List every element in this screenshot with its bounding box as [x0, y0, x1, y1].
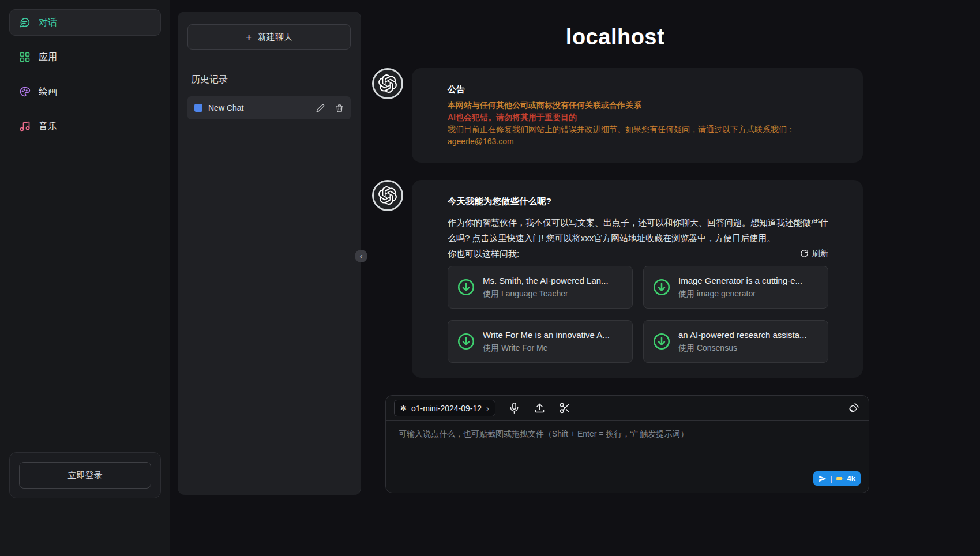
announcement-line: 本网站与任何其他公司或商标没有任何关联或合作关系 [448, 99, 828, 111]
chat-color-swatch-icon [194, 104, 202, 112]
collapse-sidebar-button[interactable]: ‹ [355, 250, 367, 262]
divider: | [830, 474, 832, 483]
sidebar: 对话 应用 绘画 音乐 立即登录 [0, 0, 170, 556]
sidebar-item-label: 音乐 [39, 121, 57, 133]
openai-logo-icon [378, 74, 397, 93]
chat-list-panel: + 新建聊天 历史记录 New Chat [178, 12, 361, 495]
composer-toolbar: ✻ o1-mini-2024-09-12 › [386, 396, 869, 421]
refresh-label: 刷新 [812, 249, 828, 259]
suggestion-grid: Ms. Smith, the AI-powered Lan... 使用 Lang… [448, 266, 828, 363]
assistant-avatar [372, 68, 403, 99]
message-greeting: 今天我能为您做些什么呢? 作为你的智慧伙伴，我不仅可以写文案、出点子，还可以和你… [361, 180, 869, 378]
app-root: 对话 应用 绘画 音乐 立即登录 + 新建聊天 历 [0, 0, 980, 556]
battery-icon [836, 475, 844, 483]
chat-main: localhost 公告 本网站与任何其他公司或商标没有任何关联或合作关系 AI… [361, 0, 980, 556]
sidebar-item-label: 应用 [39, 51, 57, 63]
send-button[interactable]: | 4k [813, 471, 861, 486]
composer: ✻ o1-mini-2024-09-12 › [385, 395, 869, 493]
contact-email-link[interactable]: ageerle@163.com [448, 136, 514, 148]
sidebar-item-drawing[interactable]: 绘画 [9, 78, 161, 105]
arrow-down-circle-icon [456, 332, 476, 351]
message-input[interactable] [399, 429, 856, 469]
suggestion-subtitle: 使用 Write For Me [483, 343, 610, 354]
upload-button[interactable] [534, 402, 546, 415]
palette-icon [19, 86, 31, 97]
new-chat-button[interactable]: + 新建聊天 [187, 24, 351, 50]
sidebar-item-music[interactable]: 音乐 [9, 113, 161, 140]
suggestion-subtitle: 使用 Consensus [678, 343, 807, 354]
suggestion-card[interactable]: Ms. Smith, the AI-powered Lan... 使用 Lang… [448, 266, 633, 309]
suggestion-subtitle: 使用 Language Teacher [483, 289, 609, 299]
new-chat-label: 新建聊天 [258, 32, 292, 43]
model-label: o1-mini-2024-09-12 [411, 404, 482, 413]
greeting-card: 今天我能为您做些什么呢? 作为你的智慧伙伴，我不仅可以写文案、出点子，还可以和你… [412, 180, 863, 378]
history-title: 历史记录 [191, 74, 351, 86]
clean-button[interactable] [848, 402, 861, 415]
chat-bubble-icon [19, 17, 31, 28]
suggestion-title: Image Generator is a cutting-e... [678, 276, 802, 285]
paper-plane-icon [818, 475, 827, 483]
refresh-icon [800, 249, 809, 258]
suggestion-card[interactable]: Write For Me is an innovative A... 使用 Wr… [448, 320, 633, 363]
scissors-icon [559, 402, 571, 414]
suggestion-subtitle: 使用 image generator [678, 289, 802, 299]
page-title: localhost [361, 23, 869, 51]
microphone-icon [508, 402, 520, 414]
arrow-down-circle-icon [652, 277, 671, 297]
scissors-button[interactable] [559, 402, 572, 415]
announcement-card: 公告 本网站与任何其他公司或商标没有任何关联或合作关系 AI也会犯错。请勿将其用… [412, 68, 863, 163]
login-panel: 立即登录 [9, 452, 161, 498]
history-item-title: New Chat [208, 103, 306, 112]
sidebar-item-label: 对话 [39, 17, 57, 29]
history-item[interactable]: New Chat [187, 96, 351, 119]
chevron-right-icon: › [486, 403, 489, 413]
suggestion-card[interactable]: Image Generator is a cutting-e... 使用 ima… [643, 266, 828, 309]
arrow-down-circle-icon [456, 277, 476, 297]
grid-icon [19, 51, 31, 63]
sparkle-icon: ✻ [400, 404, 407, 412]
sidebar-item-label: 绘画 [39, 86, 57, 98]
ask-hint: 你也可以这样问我: [448, 246, 519, 261]
assistant-avatar [372, 180, 403, 211]
sidebar-item-apps[interactable]: 应用 [9, 44, 161, 70]
message-announcement: 公告 本网站与任何其他公司或商标没有任何关联或合作关系 AI也会犯错。请勿将其用… [361, 68, 869, 163]
music-note-icon [19, 121, 31, 132]
announcement-line: AI也会犯错。请勿将其用于重要目的 [448, 111, 828, 123]
openai-logo-icon [378, 186, 397, 205]
input-zone: | 4k [386, 421, 869, 493]
sidebar-item-chat[interactable]: 对话 [9, 9, 161, 36]
edit-icon[interactable] [316, 104, 325, 112]
greeting-title: 今天我能为您做些什么呢? [448, 195, 828, 208]
announcement-line: 我们目前正在修复我们网站上的错误并改进细节。如果您有任何疑问，请通过以下方式联系… [448, 123, 828, 136]
login-button[interactable]: 立即登录 [19, 462, 151, 489]
model-selector[interactable]: ✻ o1-mini-2024-09-12 › [394, 400, 495, 416]
suggestion-title: Write For Me is an innovative A... [483, 330, 610, 340]
arrow-down-circle-icon [652, 332, 671, 351]
microphone-button[interactable] [508, 402, 521, 415]
delete-icon[interactable] [335, 104, 344, 112]
upload-icon [534, 402, 546, 414]
announcement-title: 公告 [448, 83, 828, 96]
greeting-body: 作为你的智慧伙伴，我不仅可以写文案、出点子，还可以和你聊天、回答问题。想知道我还… [448, 215, 828, 246]
suggestion-card[interactable]: an AI-powered research assista... 使用 Con… [643, 320, 828, 363]
plus-icon: + [246, 32, 252, 43]
refresh-button[interactable]: 刷新 [800, 249, 828, 259]
suggestion-title: Ms. Smith, the AI-powered Lan... [483, 276, 609, 285]
token-count: 4k [847, 474, 855, 483]
suggestion-title: an AI-powered research assista... [678, 330, 807, 340]
broom-icon [848, 402, 860, 414]
